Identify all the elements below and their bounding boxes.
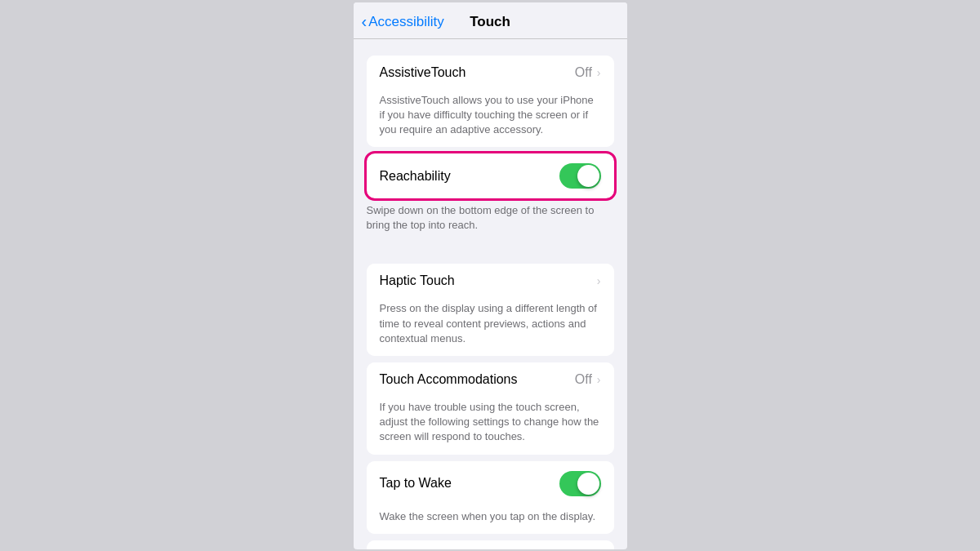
assistivetouch-right: Off › <box>575 65 601 80</box>
toggle-thumb <box>577 165 599 187</box>
page-title: Touch <box>470 14 510 30</box>
tap-to-wake-row[interactable]: Tap to Wake <box>367 461 614 506</box>
touch-accommodations-card: Touch Accommodations Off › If you have t… <box>367 362 614 455</box>
assistivetouch-row[interactable]: AssistiveTouch Off › <box>367 56 614 90</box>
touch-accommodations-right: Off › <box>575 372 601 387</box>
settings-content: AssistiveTouch Off › AssistiveTouch allo… <box>354 39 627 549</box>
assistivetouch-card: AssistiveTouch Off › AssistiveTouch allo… <box>367 56 614 148</box>
assistivetouch-value: Off <box>575 65 592 80</box>
tap-to-wake-card: Tap to Wake Wake the screen when you tap… <box>367 461 614 534</box>
touch-accommodations-label: Touch Accommodations <box>380 372 518 387</box>
reachability-toggle[interactable] <box>559 163 601 189</box>
haptic-touch-label: Haptic Touch <box>380 273 455 288</box>
touch-accommodations-row[interactable]: Touch Accommodations Off › <box>367 362 614 397</box>
tap-to-wake-label: Tap to Wake <box>380 476 452 491</box>
haptic-touch-card: Haptic Touch › Press on the display usin… <box>367 264 614 356</box>
haptic-touch-description: Press on the display using a different l… <box>367 298 614 356</box>
touch-accommodations-value: Off <box>575 372 592 387</box>
assistivetouch-label: AssistiveTouch <box>380 65 466 80</box>
reachability-card: Reachability <box>367 153 614 198</box>
shake-to-undo-card: Shake to Undo If you tend to shake your … <box>367 540 614 549</box>
haptic-touch-right: › <box>595 274 601 287</box>
tap-to-wake-toggle[interactable] <box>559 471 601 496</box>
back-button[interactable]: ‹ Accessibility <box>362 14 444 30</box>
toggle-thumb <box>577 473 599 495</box>
chevron-right-icon: › <box>597 66 601 79</box>
reachability-label: Reachability <box>380 169 451 184</box>
back-label: Accessibility <box>368 14 444 30</box>
assistivetouch-description: AssistiveTouch allows you to use your iP… <box>367 90 614 148</box>
shake-to-undo-row[interactable]: Shake to Undo <box>367 540 614 549</box>
nav-bar: ‹ Accessibility Touch <box>354 2 627 39</box>
touch-accommodations-description: If you have trouble using the touch scre… <box>367 397 614 455</box>
chevron-right-icon: › <box>597 373 601 386</box>
haptic-touch-row[interactable]: Haptic Touch › <box>367 264 614 298</box>
chevron-right-icon: › <box>597 274 601 287</box>
phone-screen: ‹ Accessibility Touch AssistiveTouch Off… <box>354 2 627 549</box>
back-chevron-icon: ‹ <box>362 13 368 29</box>
tap-to-wake-description: Wake the screen when you tap on the disp… <box>367 506 614 534</box>
reachability-description: Swipe down on the bottom edge of the scr… <box>354 198 627 241</box>
reachability-row[interactable]: Reachability <box>367 153 614 198</box>
